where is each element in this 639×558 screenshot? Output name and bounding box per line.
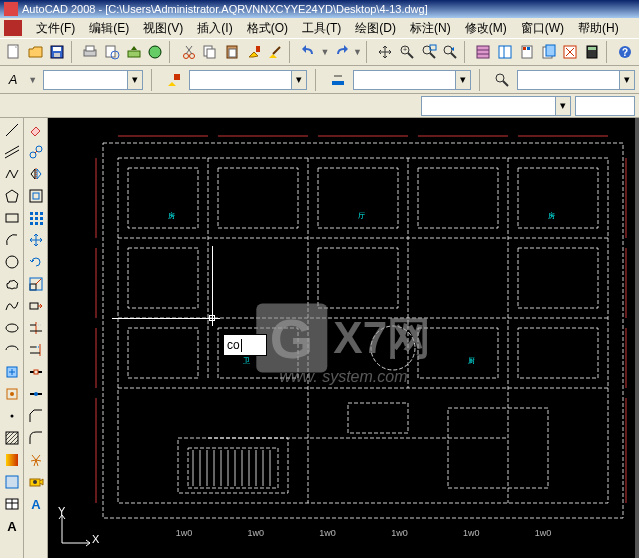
calc-icon[interactable] — [582, 41, 602, 63]
ellipse-icon[interactable] — [2, 318, 22, 338]
chevron-down-icon[interactable]: ▾ — [555, 97, 570, 115]
menu-format[interactable]: 格式(O) — [241, 20, 294, 37]
redo-icon[interactable] — [331, 41, 351, 63]
designcenter-icon[interactable] — [495, 41, 515, 63]
layer-filter-combo[interactable] — [575, 96, 635, 116]
menu-file[interactable]: 文件(F) — [30, 20, 81, 37]
blockeditor-icon[interactable] — [266, 41, 286, 63]
zoom-window-icon[interactable] — [419, 41, 439, 63]
chevron-down-icon[interactable]: ▾ — [291, 71, 306, 89]
lineweight-icon[interactable] — [329, 70, 347, 90]
textstyle-dropdown-icon[interactable]: ▼ — [28, 75, 37, 85]
region-icon[interactable] — [2, 472, 22, 492]
menu-edit[interactable]: 编辑(E) — [83, 20, 135, 37]
join-icon[interactable] — [26, 384, 46, 404]
polygon-icon[interactable] — [2, 186, 22, 206]
menu-tools[interactable]: 工具(T) — [296, 20, 347, 37]
cut-icon[interactable] — [179, 41, 199, 63]
chevron-down-icon[interactable]: ▾ — [127, 71, 142, 89]
break-icon[interactable] — [26, 362, 46, 382]
arc-icon[interactable] — [2, 230, 22, 250]
plot-icon[interactable] — [81, 41, 101, 63]
copy-obj-icon[interactable] — [26, 142, 46, 162]
polyline-icon[interactable] — [2, 164, 22, 184]
makeblock-icon[interactable] — [2, 384, 22, 404]
new-icon[interactable] — [4, 41, 24, 63]
move-icon[interactable] — [26, 230, 46, 250]
redo-dropdown-icon[interactable]: ▼ — [353, 47, 362, 57]
paste-icon[interactable] — [222, 41, 242, 63]
undo-icon[interactable] — [299, 41, 319, 63]
help-icon[interactable]: ? — [615, 41, 635, 63]
rotate-icon[interactable] — [26, 252, 46, 272]
matchprop-icon[interactable] — [244, 41, 264, 63]
zoom-realtime-icon[interactable]: + — [397, 41, 417, 63]
spline-icon[interactable] — [2, 296, 22, 316]
lineweight-combo[interactable]: ▾ — [353, 70, 471, 90]
app-menu-button[interactable] — [4, 20, 22, 36]
plotstyle-combo[interactable]: ▾ — [517, 70, 635, 90]
erase-icon[interactable] — [26, 120, 46, 140]
properties-icon[interactable] — [474, 41, 494, 63]
xline-icon[interactable] — [2, 142, 22, 162]
sheetset-icon[interactable] — [539, 41, 559, 63]
annotation-icon[interactable]: A — [26, 494, 46, 514]
hatch-icon[interactable] — [2, 428, 22, 448]
trim-icon[interactable] — [26, 318, 46, 338]
gradient-icon[interactable] — [2, 450, 22, 470]
copy-icon[interactable] — [200, 41, 220, 63]
menu-help[interactable]: 帮助(H) — [572, 20, 625, 37]
publish-icon[interactable] — [124, 41, 144, 63]
revcloud-icon[interactable] — [2, 274, 22, 294]
scale-icon[interactable] — [26, 274, 46, 294]
undo-dropdown-icon[interactable]: ▼ — [320, 47, 329, 57]
save-icon[interactable] — [47, 41, 67, 63]
svg-rect-51 — [6, 454, 18, 466]
3dprint-icon[interactable] — [146, 41, 166, 63]
color-icon[interactable] — [165, 70, 183, 90]
svg-point-9 — [149, 46, 161, 58]
toolpalette-icon[interactable] — [517, 41, 537, 63]
dynamic-input[interactable]: co — [223, 334, 267, 356]
menu-modify[interactable]: 修改(M) — [459, 20, 513, 37]
menu-dimension[interactable]: 标注(N) — [404, 20, 457, 37]
extend-icon[interactable] — [26, 340, 46, 360]
offset-icon[interactable] — [26, 186, 46, 206]
point-icon[interactable] — [2, 406, 22, 426]
linetype-combo[interactable]: ▾ — [189, 70, 307, 90]
zoom-previous-icon[interactable] — [440, 41, 460, 63]
svg-rect-34 — [588, 47, 596, 50]
svg-rect-89 — [118, 158, 608, 503]
textstyle-icon[interactable]: A — [4, 70, 22, 90]
chevron-down-icon[interactable]: ▾ — [619, 71, 634, 89]
menu-draw[interactable]: 绘图(D) — [349, 20, 402, 37]
layer-combo[interactable]: ▾ — [43, 70, 143, 90]
mirror-icon[interactable] — [26, 164, 46, 184]
open-icon[interactable] — [26, 41, 46, 63]
table-icon[interactable] — [2, 494, 22, 514]
camera-icon[interactable] — [26, 472, 46, 492]
fillet-icon[interactable] — [26, 428, 46, 448]
dim-label: 1w0 — [319, 528, 336, 540]
mtext-icon[interactable]: A — [2, 516, 22, 536]
layer-state-combo[interactable]: ▾ — [421, 96, 571, 116]
drawing-canvas[interactable]: 房厅房 卫厨 co G X7网 www. system.com Y X 1w0 … — [48, 118, 639, 558]
rectangle-icon[interactable] — [2, 208, 22, 228]
array-icon[interactable] — [26, 208, 46, 228]
plotpreview-icon[interactable] — [102, 41, 122, 63]
explode-icon[interactable] — [26, 450, 46, 470]
markup-icon[interactable] — [560, 41, 580, 63]
menu-insert[interactable]: 插入(I) — [191, 20, 238, 37]
ellipsearc-icon[interactable] — [2, 340, 22, 360]
circle-icon[interactable] — [2, 252, 22, 272]
insertblock-icon[interactable] — [2, 362, 22, 382]
chamfer-icon[interactable] — [26, 406, 46, 426]
plotstyle-icon[interactable] — [493, 70, 511, 90]
menu-view[interactable]: 视图(V) — [137, 20, 189, 37]
scrollbar-vertical[interactable] — [635, 118, 639, 558]
menu-window[interactable]: 窗口(W) — [515, 20, 570, 37]
line-icon[interactable] — [2, 120, 22, 140]
stretch-icon[interactable] — [26, 296, 46, 316]
chevron-down-icon[interactable]: ▾ — [455, 71, 470, 89]
pan-icon[interactable] — [375, 41, 395, 63]
